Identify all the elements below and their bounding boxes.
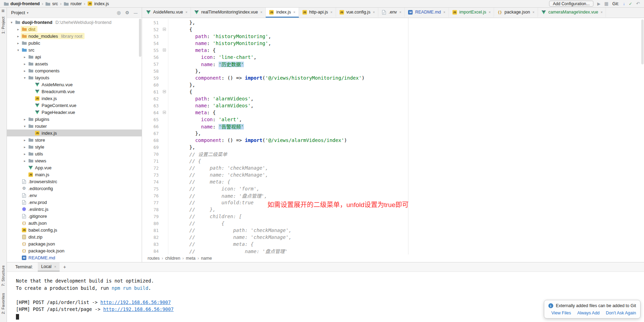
line-number[interactable]: 56 [142, 55, 160, 60]
tree-item[interactable]: MREADME.md [7, 254, 142, 261]
notification-action[interactable]: Don't Ask Again [606, 311, 636, 315]
tree-item[interactable]: ▸utils [7, 150, 142, 157]
add-configuration-button[interactable]: Add Configuration... [549, 1, 593, 7]
tree-item[interactable]: {}package-lock.json [7, 247, 142, 254]
editor-tab[interactable]: JSvue.config.js× [336, 8, 378, 18]
close-icon[interactable]: × [488, 10, 491, 14]
line-number[interactable]: 70 [142, 152, 160, 157]
close-icon[interactable]: × [373, 10, 375, 14]
line-number[interactable]: 77 [142, 200, 160, 205]
line-number[interactable]: 75 [142, 186, 160, 191]
chevron-right-icon[interactable]: ▸ [22, 117, 27, 121]
line-number[interactable]: 84 [142, 249, 160, 254]
close-icon[interactable]: × [399, 10, 402, 14]
breadcrumb-item[interactable]: JSindex.js [87, 1, 109, 6]
close-icon[interactable]: × [293, 10, 295, 14]
line-number[interactable]: 73 [142, 172, 160, 178]
gear-icon[interactable] [125, 10, 129, 15]
chevron-right-icon[interactable]: ▸ [22, 55, 27, 59]
line-number[interactable]: 64 [142, 110, 160, 115]
chevron-right-icon[interactable]: ▸ [16, 34, 21, 38]
chevron-right-icon[interactable]: ▸ [22, 138, 27, 142]
notification-action[interactable]: View Files [551, 311, 571, 315]
stripe-structure-button[interactable]: 7: Structure [1, 265, 5, 286]
editor-breadcrumb-item[interactable]: children [165, 256, 181, 261]
fold-marker-icon[interactable] [163, 48, 166, 52]
project-panel-title[interactable]: Project [11, 10, 25, 15]
chevron-right-icon[interactable]: ▸ [22, 69, 27, 73]
tree-item[interactable]: ▸api [7, 53, 142, 60]
tree-item[interactable]: JSindex.js [7, 129, 142, 136]
close-icon[interactable]: × [532, 10, 535, 14]
tree-item[interactable]: ▸store [7, 136, 142, 143]
new-terminal-icon[interactable] [63, 264, 66, 270]
tree-item[interactable]: ▸components [7, 67, 142, 74]
chevron-right-icon[interactable]: ▸ [16, 27, 21, 31]
editor-breadcrumb-item[interactable]: routes [147, 256, 160, 261]
tree-item[interactable]: JSindex.js [7, 95, 142, 102]
close-icon[interactable]: × [443, 10, 445, 14]
tree-item[interactable]: dist.zip [7, 233, 142, 240]
line-number[interactable]: 80 [142, 221, 160, 226]
chevron-right-icon[interactable]: ▸ [22, 159, 27, 163]
editor-tab[interactable]: JSimportExcel.js× [449, 8, 494, 18]
breadcrumb-item[interactable]: src [45, 1, 59, 6]
hide-panel-icon[interactable] [134, 10, 138, 15]
tree-item[interactable]: ▾layouts [7, 74, 142, 81]
tree-item[interactable]: {}package.json [7, 240, 142, 247]
chevron-down-icon[interactable]: ▾ [22, 76, 27, 80]
fold-marker-icon[interactable] [163, 90, 166, 93]
tree-item[interactable]: ▸dist [7, 26, 142, 33]
line-number[interactable]: 66 [142, 124, 160, 129]
chevron-right-icon[interactable]: ▸ [22, 62, 27, 66]
tree-item[interactable]: ▸style [7, 143, 142, 150]
tree-item[interactable]: PageHeader.vue [7, 109, 142, 116]
line-number[interactable]: 78 [142, 207, 160, 212]
chevron-down-icon[interactable] [27, 11, 28, 15]
line-number[interactable]: 58 [142, 69, 160, 74]
editor-breadcrumb-item[interactable]: name [200, 256, 212, 261]
line-number[interactable]: 65 [142, 117, 160, 122]
tree-item[interactable]: ▾src [7, 46, 142, 53]
editor-breadcrumb-item[interactable]: meta [185, 256, 196, 261]
tree-item[interactable]: ▾router [7, 123, 142, 129]
line-number[interactable]: 71 [142, 159, 160, 164]
locate-file-icon[interactable] [117, 10, 121, 15]
fold-marker-icon[interactable] [163, 111, 166, 114]
tree-item[interactable]: ⚙.editorconfig [7, 185, 142, 192]
tree-item[interactable]: ▸assets [7, 60, 142, 67]
tree-item[interactable]: ▾duoji-frontendD:\zheheWeb\duoji-fronten… [7, 19, 142, 26]
line-number[interactable]: 83 [142, 242, 160, 247]
line-number[interactable]: 79 [142, 214, 160, 219]
tool-window-switcher-icon[interactable] [1, 9, 5, 12]
line-number[interactable]: 67 [142, 131, 160, 136]
line-number[interactable]: 82 [142, 235, 160, 240]
git-commit-icon[interactable] [629, 2, 632, 6]
editor-tab[interactable]: {}package.json× [494, 8, 538, 18]
line-number[interactable]: 81 [142, 228, 160, 233]
editor-tab[interactable]: .env× [378, 8, 405, 18]
close-icon[interactable]: × [330, 10, 333, 14]
tree-item[interactable]: AsideMenu.vue [7, 81, 142, 88]
tree-item[interactable]: ▸plugins [7, 116, 142, 123]
line-number[interactable]: 57 [142, 62, 160, 67]
tree-item[interactable]: ▸node_moduleslibrary root [7, 33, 142, 39]
editor-tab[interactable]: cameraManage\index.vue× [538, 8, 606, 18]
stripe-project-button[interactable]: 1: Project [1, 17, 5, 34]
terminal-link[interactable]: http://192.168.66.56:9007 [103, 306, 174, 312]
tree-item[interactable]: App.vue [7, 164, 142, 171]
editor-tab[interactable]: JSindex.js× [266, 8, 299, 18]
terminal-link[interactable]: http://192.168.66.56:9007 [100, 299, 171, 305]
editor-scrollbar[interactable] [641, 19, 644, 64]
line-number[interactable]: 63 [142, 103, 160, 108]
chevron-down-icon[interactable]: ▾ [16, 48, 21, 52]
line-number[interactable]: 69 [142, 145, 160, 150]
line-number[interactable]: 60 [142, 82, 160, 88]
close-icon[interactable]: × [261, 10, 263, 14]
chevron-down-icon[interactable]: ▾ [9, 20, 14, 24]
tree-item[interactable]: .gitignore [7, 213, 142, 220]
stripe-favorites-button[interactable]: 2: Favorites [1, 293, 5, 314]
chevron-right-icon[interactable]: ▸ [22, 152, 27, 156]
close-icon[interactable]: × [185, 10, 187, 14]
line-number[interactable]: 74 [142, 179, 160, 185]
